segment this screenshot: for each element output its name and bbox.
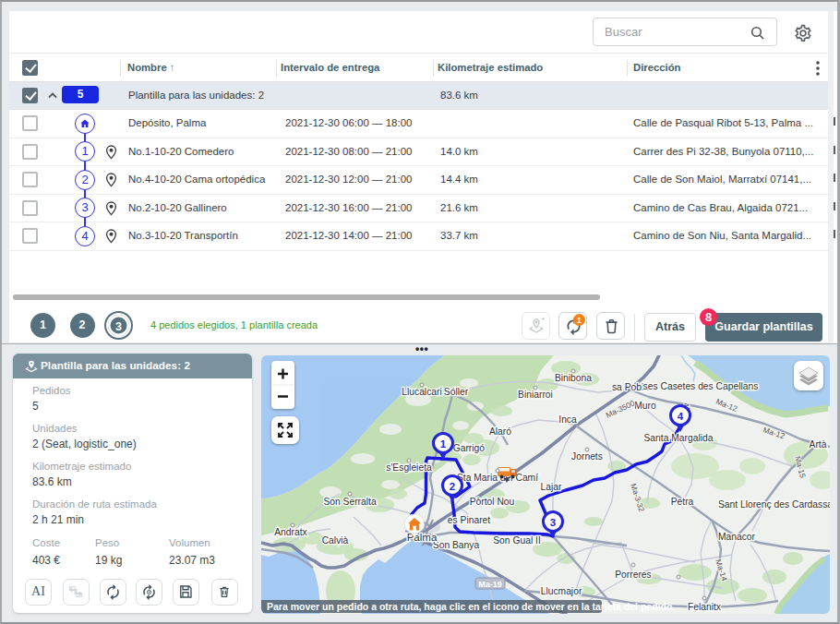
svg-text:Muro: Muro xyxy=(634,401,656,411)
svg-text:Llucalcari: Llucalcari xyxy=(402,387,442,397)
svg-text:Pòrtol Nou: Pòrtol Nou xyxy=(470,497,515,507)
svg-text:Binibona: Binibona xyxy=(555,373,592,383)
svg-text:Calvià: Calvià xyxy=(322,535,349,546)
svg-text:Lajar: Lajar xyxy=(541,482,562,492)
svg-text:Andratx: Andratx xyxy=(274,527,307,537)
svg-text:Jornets: Jornets xyxy=(571,451,603,462)
svg-text:Son Gual II: Son Gual II xyxy=(493,535,541,546)
svg-text:1: 1 xyxy=(440,438,447,450)
svg-text:Felanitx: Felanitx xyxy=(688,602,722,612)
svg-text:Sant Llorenç des Cardassa: Sant Llorenç des Cardassa xyxy=(718,499,830,510)
svg-text:3: 3 xyxy=(550,517,556,528)
svg-text:Inca: Inca xyxy=(558,414,577,425)
svg-text:2: 2 xyxy=(450,481,455,492)
svg-text:Santa Margalida: Santa Margalida xyxy=(644,433,714,443)
svg-text:Biniarroi: Biniarroi xyxy=(518,390,553,400)
svg-text:Alaró: Alaró xyxy=(489,426,511,437)
svg-text:Porreres: Porreres xyxy=(615,570,651,580)
svg-text:es Pinaret: es Pinaret xyxy=(448,515,491,525)
svg-text:Llucmajor: Llucmajor xyxy=(541,586,582,596)
svg-text:4: 4 xyxy=(678,411,684,422)
svg-text:Ma-19: Ma-19 xyxy=(478,580,502,589)
svg-text:Son Banya: Son Banya xyxy=(433,540,480,550)
svg-text:s'Esgleieta: s'Esgleieta xyxy=(386,462,432,473)
svg-text:ses Casetes des Capellans: ses Casetes des Capellans xyxy=(643,381,759,391)
svg-text:Manacor: Manacor xyxy=(718,532,756,542)
svg-text:Petra: Petra xyxy=(671,497,694,507)
svg-text:Artà: Artà xyxy=(810,439,827,450)
svg-text:Son Serralta: Son Serralta xyxy=(323,497,377,507)
svg-text:Sóller: Sóller xyxy=(444,387,469,397)
